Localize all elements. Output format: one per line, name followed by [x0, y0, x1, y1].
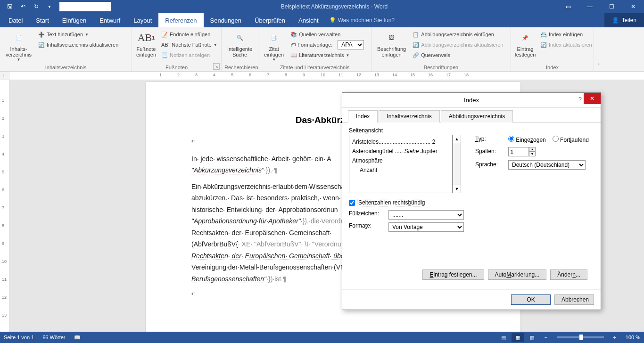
update-toc-label: Inhaltsverzeichnis aktualisieren: [47, 42, 118, 48]
horizontal-ruler[interactable]: L 123456789101112131415161718: [0, 72, 644, 80]
cancel-button[interactable]: Abbrechen: [554, 294, 594, 305]
zoom-in-icon[interactable]: +: [609, 333, 621, 342]
vertical-ruler[interactable]: 1234567891011121314: [0, 80, 9, 340]
mark-entry-dialog-button[interactable]: Eintrag festlegen...: [422, 270, 484, 280]
redo-icon[interactable]: ↻: [30, 1, 42, 12]
mark-entry-icon: 📌: [518, 30, 533, 45]
fig-index-icon: 📋: [413, 32, 419, 38]
formats-label: Formate:: [349, 222, 386, 232]
show-notes-label: Notizen anzeigen: [170, 52, 210, 58]
qat-dropdown-icon[interactable]: ▼: [43, 1, 56, 12]
tab-home[interactable]: Start: [29, 13, 55, 27]
share-button[interactable]: 👤 Teilen: [604, 13, 644, 27]
scroll-up-icon[interactable]: ▲: [453, 135, 461, 143]
type-runon-radio[interactable]: Fortlaufend: [553, 135, 589, 143]
update-fig-index-button[interactable]: 🔄Abbildungsverzeichnis aktualisieren: [411, 40, 505, 50]
tell-me-search[interactable]: 💡 Was möchten Sie tun?: [329, 13, 395, 27]
type-indented-radio[interactable]: Eingezogen: [508, 135, 546, 143]
collapse-ribbon-icon[interactable]: ˄: [594, 27, 603, 71]
insert-fig-index-button[interactable]: 📋Abbildungsverzeichnis einfügen: [411, 29, 505, 40]
insert-endnote-button[interactable]: 📝Endnote einfügen: [159, 29, 219, 40]
minimize-icon[interactable]: —: [579, 0, 601, 13]
footnote-label: Fußnote einfügen: [136, 46, 156, 57]
right-align-checkbox[interactable]: [349, 200, 355, 206]
body-text: historische· Entwicklung· der· Approbati…: [191, 206, 338, 213]
columns-input[interactable]: [508, 147, 529, 156]
modify-button[interactable]: Ändern...: [550, 270, 587, 280]
refresh-icon: 🔄: [38, 42, 45, 48]
ribbon-options-icon[interactable]: ▭: [557, 0, 579, 13]
show-notes-button[interactable]: 📃Notizen anzeigen: [159, 50, 219, 60]
print-layout-icon[interactable]: ▦: [512, 333, 524, 342]
columns-stepper[interactable]: ▲▼: [508, 147, 594, 156]
read-mode-icon[interactable]: ▤: [497, 333, 510, 342]
insert-fig-index-label: Abbildungsverzeichnis einfügen: [421, 32, 494, 37]
citation-style-select[interactable]: APA: [338, 40, 364, 49]
tab-references[interactable]: Referenzen: [158, 13, 203, 27]
tab-review[interactable]: Überprüfen: [248, 13, 292, 27]
toc-button[interactable]: 📄 Inhalts- verzeichnis ▼: [3, 29, 34, 64]
next-footnote-button[interactable]: AB¹Nächste Fußnote▼: [159, 40, 219, 50]
status-words[interactable]: 66 Wörter: [42, 335, 65, 340]
dialog-tab-index[interactable]: Index: [348, 110, 378, 122]
citation-style-row: 🏷Formatvorlage: APA: [289, 40, 366, 50]
dialog-close-icon[interactable]: ✕: [584, 93, 601, 104]
status-page[interactable]: Seite 1 von 1: [4, 335, 34, 340]
add-text-button[interactable]: ➕Text hinzufügen▼: [36, 29, 120, 40]
title-bar: 🖫 ↶ ↻ ▼ Beispieltext Abkürzungsverzeichn…: [0, 0, 644, 13]
help-icon[interactable]: ?: [578, 96, 582, 103]
toc-label: Inhalts- verzeichnis: [6, 46, 32, 57]
ok-button[interactable]: OK: [511, 294, 551, 305]
formats-select[interactable]: Von Vorlage: [388, 222, 464, 232]
mark-entry-button[interactable]: 📌 Eintrag festlegen: [514, 29, 537, 64]
update-toc-button[interactable]: 🔄Inhaltsverzeichnis aktualisieren: [36, 40, 120, 50]
tab-insert[interactable]: Einfügen: [56, 13, 93, 27]
spin-up-icon[interactable]: ▲: [529, 147, 536, 152]
update-index-label: Index aktualisieren: [549, 42, 592, 48]
close-icon[interactable]: ✕: [622, 0, 644, 13]
leader-select[interactable]: .......: [388, 210, 464, 220]
proofing-icon[interactable]: 📖: [74, 335, 81, 341]
toc-icon: 📄: [11, 30, 26, 45]
undo-icon[interactable]: ↶: [17, 1, 29, 12]
update-index-button[interactable]: 🔄Index aktualisieren: [538, 40, 594, 50]
automark-button[interactable]: AutoMarkierung...: [488, 270, 547, 280]
language-select[interactable]: Deutsch (Deutschland): [508, 160, 586, 170]
maximize-icon[interactable]: ☐: [601, 0, 622, 13]
zoom-out-icon[interactable]: −: [540, 333, 552, 342]
manage-sources-button[interactable]: 📚Quellen verwalten: [289, 29, 366, 40]
dialog-tab-fig[interactable]: Abbildungsverzeichnis: [441, 110, 513, 122]
add-text-label: Text hinzufügen: [47, 32, 83, 37]
tab-view[interactable]: Ansicht: [292, 13, 325, 27]
cross-reference-button[interactable]: 🔗Querverweis: [411, 50, 505, 60]
tab-layout[interactable]: Layout: [127, 13, 158, 27]
add-text-icon: ➕: [38, 32, 45, 38]
smart-lookup-button[interactable]: 🔍 Intelligente Suche: [224, 29, 255, 64]
field-text: Berufsgenossenschaften": [191, 275, 266, 283]
qat-search-input[interactable]: [59, 2, 111, 11]
insert-citation-button[interactable]: 📑 Zitat einfügen ▼: [261, 29, 287, 64]
dialog-title-bar[interactable]: Index ? ✕: [342, 93, 601, 108]
insert-index-button[interactable]: 📇Index einfügen: [538, 29, 594, 40]
save-icon[interactable]: 🖫: [4, 1, 16, 12]
chevron-down-icon: ▼: [17, 57, 21, 62]
bibliography-button[interactable]: 📖Literaturverzeichnis▼: [289, 50, 366, 60]
window-title: Beispieltext Abkürzungsverzeichnis - Wor…: [111, 3, 557, 10]
zoom-thumb[interactable]: [579, 335, 583, 340]
zoom-slider[interactable]: [557, 336, 604, 338]
spin-down-icon[interactable]: ▼: [529, 152, 536, 156]
preview-scrollbar[interactable]: ▲ ▼: [453, 135, 461, 193]
web-layout-icon[interactable]: ▩: [526, 333, 538, 342]
scroll-down-icon[interactable]: ▼: [453, 185, 461, 193]
dialog-launcher-icon[interactable]: ↘: [213, 63, 220, 70]
tab-mailings[interactable]: Sendungen: [204, 13, 248, 27]
tab-design[interactable]: Entwurf: [93, 13, 127, 27]
status-zoom[interactable]: 100 %: [626, 335, 640, 340]
insert-caption-button[interactable]: 🖼 Beschriftung einfügen: [374, 29, 409, 64]
dialog-tab-toc[interactable]: Inhaltsverzeichnis: [379, 110, 439, 122]
tab-file[interactable]: Datei: [2, 13, 29, 27]
preview-box: Aristoteles.............................…: [349, 135, 453, 193]
refresh-icon: 🔄: [413, 42, 419, 48]
scroll-track[interactable]: [453, 143, 461, 185]
insert-footnote-button[interactable]: AB1 Fußnote einfügen: [135, 29, 157, 64]
